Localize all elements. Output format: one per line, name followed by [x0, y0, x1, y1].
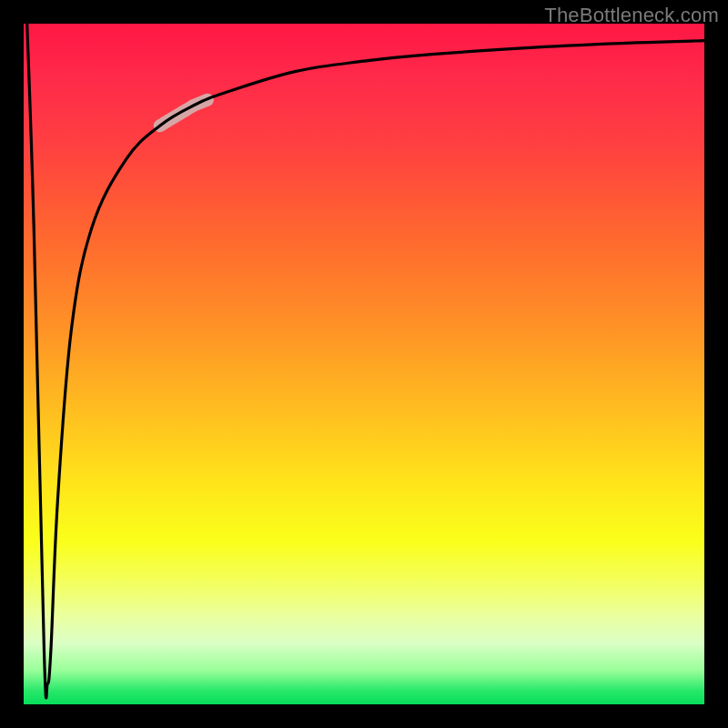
attribution-label: TheBottleneck.com: [544, 4, 719, 27]
plot-area: [24, 24, 704, 704]
curve-layer: [24, 24, 704, 704]
bottleneck-curve: [27, 24, 704, 698]
chart-stage: TheBottleneck.com: [0, 0, 728, 728]
